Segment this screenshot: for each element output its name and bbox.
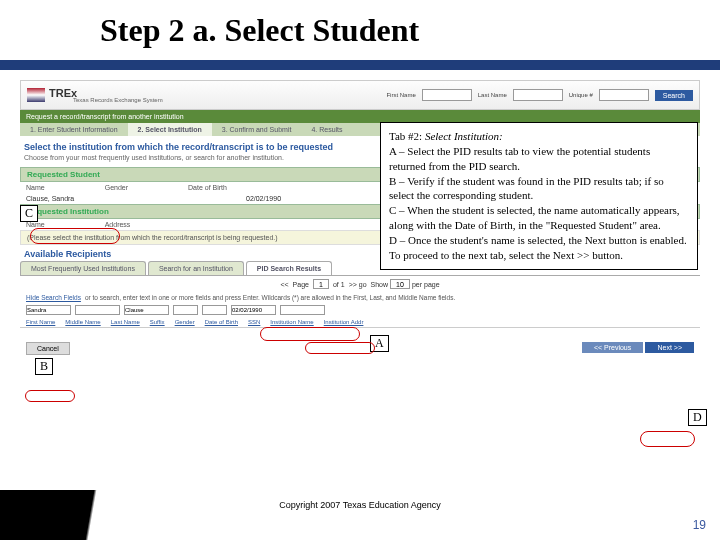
search-ssn[interactable]: [280, 305, 325, 315]
gh-dob[interactable]: Date of Birth: [205, 319, 238, 325]
callout-a: A – Select the PID results tab to view t…: [389, 144, 689, 174]
step-4[interactable]: 4. Results: [301, 123, 352, 136]
circle-a: [260, 327, 360, 341]
search-hint: or to search, enter text in one or more …: [85, 294, 455, 301]
decorative-wedge: [0, 490, 260, 540]
unique-label: Unique #: [569, 92, 593, 98]
gh-first[interactable]: First Name: [26, 319, 55, 325]
inst-col-name: Name: [26, 221, 45, 228]
app-logo-sub: Texas Records Exchange System: [73, 97, 163, 103]
col-gender: Gender: [105, 184, 128, 191]
first-name-label: First Name: [386, 92, 415, 98]
circle-b: [25, 390, 75, 402]
callout-tab-name: Select Institution:: [425, 130, 503, 142]
search-suffix[interactable]: [173, 305, 198, 315]
search-last[interactable]: [124, 305, 169, 315]
last-name-label: Last Name: [478, 92, 507, 98]
label-c: C: [20, 205, 38, 222]
student-gender: [156, 195, 216, 202]
tab-most-frequent[interactable]: Most Frequently Used Institutions: [20, 261, 146, 275]
gh-instaddr[interactable]: Institution Addr: [324, 319, 364, 325]
pager-page-label: Page: [293, 281, 309, 288]
pager-prev[interactable]: <<: [280, 281, 288, 288]
pager-of: of 1: [333, 281, 345, 288]
col-name: Name: [26, 184, 45, 191]
tab-search-institution[interactable]: Search for an Institution: [148, 261, 244, 275]
pager-go[interactable]: >> go: [349, 281, 367, 288]
search-gender[interactable]: [202, 305, 227, 315]
circle-d: [640, 431, 695, 447]
gh-instname[interactable]: Institution Name: [270, 319, 313, 325]
title-bar: [0, 60, 720, 70]
gh-suffix[interactable]: Suffix: [150, 319, 165, 325]
callout-c: C – When the student is selected, the na…: [389, 203, 689, 233]
student-dob: 02/02/1990: [246, 195, 281, 202]
callout-tab-label: Tab #2:: [389, 130, 425, 142]
pager-page-input[interactable]: [313, 279, 329, 289]
flag-icon: [27, 88, 45, 102]
unique-input[interactable]: [599, 89, 649, 101]
page-number: 19: [693, 518, 706, 532]
previous-button[interactable]: << Previous: [582, 342, 643, 353]
cancel-button[interactable]: Cancel: [26, 342, 70, 355]
label-b: B: [35, 358, 53, 375]
last-name-input[interactable]: [513, 89, 563, 101]
gh-ssn[interactable]: SSN: [248, 319, 260, 325]
next-button[interactable]: Next >>: [645, 342, 694, 353]
hide-search-link[interactable]: Hide Search Fields: [26, 294, 81, 301]
callout-b: B – Verify if the student was found in t…: [389, 174, 689, 204]
gh-middle[interactable]: Middle Name: [65, 319, 100, 325]
app-header: TREx Texas Records Exchange System First…: [20, 80, 700, 110]
search-middle[interactable]: [75, 305, 120, 315]
col-dob: Date of Birth: [188, 184, 227, 191]
show-input[interactable]: [390, 279, 410, 289]
student-name: Clause, Sandra: [26, 195, 126, 202]
slide-title: Step 2 a. Select Student: [100, 12, 419, 49]
circle-c: [30, 228, 120, 244]
search-dob[interactable]: [231, 305, 276, 315]
circle-pager: [305, 342, 375, 354]
search-first[interactable]: [26, 305, 71, 315]
search-button[interactable]: Search: [655, 90, 693, 101]
label-d: D: [688, 409, 707, 426]
step-3[interactable]: 3. Confirm and Submit: [212, 123, 302, 136]
show-label: Show: [371, 281, 389, 288]
per-page: per page: [412, 281, 440, 288]
gh-gender[interactable]: Gender: [175, 319, 195, 325]
callout-box: Tab #2: Select Institution: A – Select t…: [380, 122, 698, 270]
copyright: Copyright 2007 Texas Education Agency: [0, 500, 720, 510]
callout-d: D – Once the student's name is selected,…: [389, 233, 689, 263]
inst-col-addr: Address: [105, 221, 131, 228]
tab-pid-results[interactable]: PID Search Results: [246, 261, 332, 275]
step-2[interactable]: 2. Select Institution: [128, 123, 212, 136]
gh-last[interactable]: Last Name: [111, 319, 140, 325]
first-name-input[interactable]: [422, 89, 472, 101]
step-1[interactable]: 1. Enter Student Information: [20, 123, 128, 136]
